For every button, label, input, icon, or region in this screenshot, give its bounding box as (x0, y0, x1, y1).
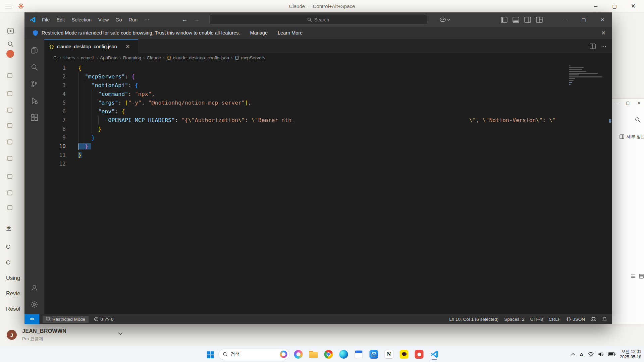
toggle-panel-icon[interactable] (513, 17, 519, 23)
indentation-status[interactable]: Spaces: 2 (504, 317, 524, 322)
breadcrumb-item[interactable]: claude_desktop_config.json (173, 55, 229, 60)
chat-item-icon[interactable] (7, 156, 12, 161)
new-chat-icon[interactable] (7, 28, 14, 34)
vscode-maximize-button[interactable]: ▢ (574, 12, 593, 27)
breadcrumb-item[interactable]: C: (53, 55, 58, 60)
claude-maximize-button[interactable]: ▢ (605, 0, 624, 12)
problems-status[interactable]: 0 0 (94, 317, 113, 322)
menu-selection[interactable]: Selection (68, 12, 95, 27)
code-line[interactable]: 6 "env": { (44, 107, 612, 116)
calendar-app-icon[interactable] (353, 348, 365, 361)
breadcrumb-item[interactable]: mcpServers (241, 55, 265, 60)
minimap[interactable] (567, 64, 606, 85)
taskbar-search[interactable]: 검색 (219, 349, 290, 360)
list-view-icon[interactable] (631, 274, 636, 279)
menu-file[interactable]: File (39, 12, 53, 27)
back-arrow-icon[interactable]: ← (181, 12, 187, 27)
clock[interactable]: 오전 12:01 2025-05-18 (620, 349, 641, 360)
tab-claude-desktop-config[interactable]: {} claude_desktop_config.json ✕ (44, 39, 138, 53)
sidebar-item[interactable]: Revie (6, 290, 20, 297)
battery-icon[interactable] (608, 352, 615, 356)
toggle-secondary-sidebar-icon[interactable] (524, 17, 531, 23)
claude-minimize-button[interactable]: ─ (586, 0, 605, 12)
code-line[interactable]: 7 "OPENAPI_MCP_HEADERS": "{\"Authorizati… (44, 116, 612, 125)
maximize-icon[interactable]: ▢ (626, 101, 630, 105)
menu-view[interactable]: View (95, 12, 112, 27)
chat-item-icon[interactable] (7, 91, 12, 96)
kakaotalk-icon[interactable] (398, 348, 411, 361)
code-line[interactable]: 9 } (44, 133, 612, 142)
menu-edit[interactable]: Edit (53, 12, 68, 27)
code-line[interactable]: 2 "mcpServers": { (44, 72, 612, 81)
sidebar-item[interactable]: Using (6, 275, 20, 281)
menu-more[interactable]: ⋯ (141, 12, 153, 27)
chat-item-icon[interactable] (7, 73, 12, 78)
banner-close-icon[interactable]: ✕ (601, 30, 606, 36)
chrome-icon[interactable] (322, 348, 335, 361)
learn-more-link[interactable]: Learn More (278, 30, 303, 36)
wifi-icon[interactable] (588, 352, 594, 357)
eol-status[interactable]: CRLF (549, 317, 560, 322)
encoding-status[interactable]: UTF-8 (530, 317, 543, 322)
sidebar-item[interactable]: 초 (6, 225, 12, 232)
start-button[interactable] (204, 348, 216, 361)
chat-item-icon[interactable] (7, 108, 12, 113)
breadcrumb-item[interactable]: AppData (100, 55, 118, 60)
menu-run[interactable]: Run (125, 12, 141, 27)
chat-item-icon[interactable] (7, 190, 12, 195)
search-icon[interactable] (635, 117, 641, 123)
close-icon[interactable]: ✕ (637, 101, 641, 105)
ime-indicator[interactable]: A (580, 352, 583, 357)
tab-close-icon[interactable]: ✕ (126, 44, 130, 50)
copilot-menu[interactable] (440, 12, 450, 27)
red-app-icon[interactable] (413, 348, 426, 361)
chat-item-icon[interactable] (7, 174, 12, 179)
sidebar-item[interactable]: C (6, 244, 10, 250)
command-center-search[interactable]: Search (209, 15, 427, 25)
details-view-icon[interactable] (639, 274, 644, 279)
sidebar-item[interactable]: Resol (6, 306, 20, 312)
toggle-sidebar-icon[interactable] (501, 17, 507, 23)
copilot-app-icon[interactable] (292, 348, 305, 361)
editor[interactable]: 1{ 2 "mcpServers": { 3 "notionApi": { 4 … (44, 62, 612, 314)
minimize-icon[interactable]: ─ (615, 101, 619, 105)
notifications-bell[interactable] (602, 317, 607, 322)
vscode-close-button[interactable]: ✕ (593, 12, 612, 27)
edge-icon[interactable] (337, 348, 350, 361)
code-line[interactable]: 8 } (44, 125, 612, 133)
chat-item-icon[interactable] (7, 139, 12, 144)
chat-item-icon[interactable] (7, 205, 12, 210)
manage-link[interactable]: Manage (250, 30, 268, 36)
source-control-icon[interactable] (26, 75, 43, 92)
notion-icon[interactable]: N (383, 348, 395, 361)
code-line-selected[interactable]: 11} (44, 151, 612, 160)
code-line[interactable]: 12 (44, 160, 612, 168)
forward-arrow-icon[interactable]: → (194, 12, 200, 27)
code-line[interactable]: 4 "command": "npx", (44, 90, 612, 99)
code-line[interactable]: 5 "args": ["-y", "@notionhq/notion-mcp-s… (44, 99, 612, 107)
chat-item-icon[interactable] (7, 123, 12, 128)
copilot-status[interactable] (591, 317, 596, 321)
search-chats-icon[interactable] (7, 41, 14, 47)
restricted-mode-status[interactable]: Restricted Mode (43, 316, 89, 323)
breadcrumb-item[interactable]: acme1 (81, 55, 95, 60)
remote-indicator[interactable]: >< (24, 314, 39, 324)
extensions-icon[interactable] (26, 109, 43, 126)
breadcrumb-item[interactable]: Users (63, 55, 75, 60)
menu-go[interactable]: Go (112, 12, 125, 27)
settings-gear-icon[interactable] (26, 296, 43, 313)
vscode-minimize-button[interactable]: ─ (555, 12, 574, 27)
breadcrumb-item[interactable]: Roaming (123, 55, 141, 60)
search-icon[interactable] (26, 59, 43, 75)
details-toggle[interactable]: 세부 정보 (620, 134, 644, 140)
code-line[interactable]: 3 "notionApi": { (44, 81, 612, 90)
mail-app-icon[interactable] (368, 348, 380, 361)
file-explorer-icon[interactable] (307, 348, 320, 361)
explorer-icon[interactable] (26, 42, 43, 59)
vscode-taskbar-icon[interactable] (428, 348, 441, 361)
claude-close-button[interactable]: ✕ (624, 0, 643, 12)
language-mode-status[interactable]: {}JSON (566, 317, 585, 322)
customize-layout-icon[interactable] (536, 17, 543, 23)
tray-chevron-up-icon[interactable] (571, 353, 575, 356)
editor-actions-more-icon[interactable]: ⋯ (601, 43, 606, 50)
